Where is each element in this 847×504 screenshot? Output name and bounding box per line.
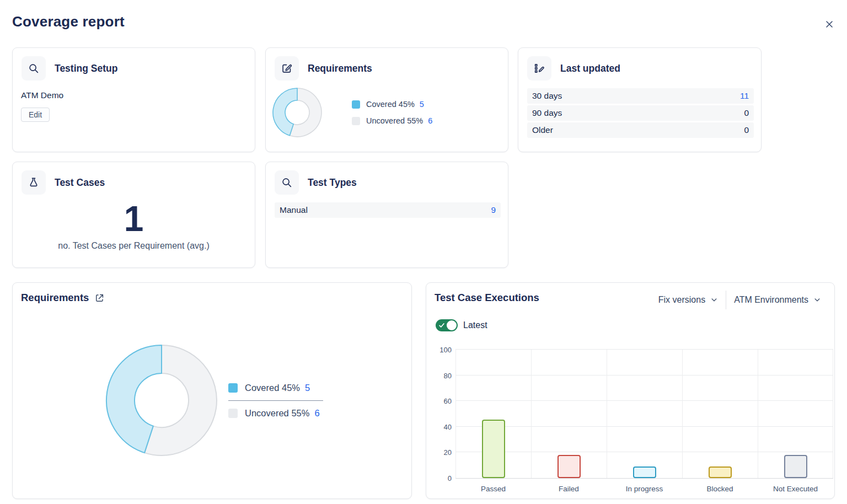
ytick-label-80: 80 <box>431 372 452 380</box>
flask-icon <box>22 170 46 195</box>
stat-row-90-days: 90 days 0 <box>527 105 754 121</box>
stat-value: 0 <box>744 108 749 118</box>
ytick-label-20: 20 <box>431 448 452 457</box>
gridline-x-4 <box>758 350 758 478</box>
gridline-y-80 <box>455 375 833 376</box>
requirements-panel: Requirements Covered 45% 5 Uncovered 55%… <box>12 282 412 499</box>
requirements-card-header: Requirements <box>266 48 508 89</box>
last-updated-header: Last updated <box>518 48 761 89</box>
test-cases-title: Test Cases <box>55 177 105 189</box>
stat-value-link[interactable]: 9 <box>491 205 496 215</box>
edit-square-icon <box>275 56 299 81</box>
stat-row-older: Older 0 <box>527 122 754 138</box>
chevron-down-icon <box>710 296 718 304</box>
requirements-donut-small <box>271 87 323 138</box>
project-name: ATM Demo <box>21 90 63 100</box>
uncovered-label: Uncovered 55% <box>366 116 423 125</box>
requirements-card: Requirements Covered 45% 5 Uncovered 55%… <box>265 47 508 152</box>
page-title: Coverage report <box>12 13 125 30</box>
executions-panel-title: Test Case Executions <box>435 292 539 304</box>
xlabel-in-progress: In progress <box>607 485 682 493</box>
latest-toggle[interactable] <box>436 319 458 331</box>
uncovered-count-link[interactable]: 6 <box>428 116 432 125</box>
external-link-icon[interactable] <box>94 293 105 303</box>
uncovered-swatch <box>352 117 360 125</box>
fix-versions-dropdown[interactable]: Fix versions <box>651 291 726 309</box>
search-icon <box>275 170 299 195</box>
latest-toggle-row: Latest <box>436 319 487 331</box>
stat-label: Older <box>532 125 553 135</box>
edit-button[interactable]: Edit <box>21 108 50 122</box>
xlabel-passed: Passed <box>455 485 531 493</box>
check-icon <box>438 322 445 329</box>
legend-divider <box>228 400 323 401</box>
covered-label: Covered 45% <box>366 100 415 109</box>
ytick-label-60: 60 <box>431 397 452 405</box>
stat-value: 0 <box>744 125 749 135</box>
ytick-label-0: 0 <box>431 474 452 482</box>
covered-count-link[interactable]: 5 <box>420 100 424 109</box>
search-icon <box>22 56 46 81</box>
bar-passed <box>482 420 505 478</box>
test-types-rows: Manual 9 <box>275 202 501 219</box>
testing-setup-card: Testing Setup ATM Demo Edit <box>12 47 255 152</box>
bar-in-progress <box>633 467 656 478</box>
gridline-y-40 <box>455 426 833 427</box>
test-case-executions-panel: Test Case Executions Fix versions ATM En… <box>426 282 835 499</box>
requirements-panel-title: Requirements <box>21 292 89 304</box>
legend-item-covered: Covered 45% 5 <box>228 383 323 393</box>
test-cases-header: Test Cases <box>13 162 255 203</box>
xlabel-blocked: Blocked <box>682 485 758 493</box>
testing-setup-title: Testing Setup <box>55 63 117 74</box>
last-updated-rows: 30 days 11 90 days 0 Older 0 <box>527 88 754 140</box>
requirements-legend-large: Covered 45% 5 Uncovered 55% 6 <box>228 378 323 423</box>
uncovered-label: Uncovered 55% <box>245 408 309 419</box>
covered-swatch <box>228 383 238 393</box>
gridline-x-2 <box>607 350 607 478</box>
executions-plot <box>455 350 833 478</box>
requirements-donut-large <box>105 344 218 457</box>
legend-item-covered: Covered 45% 5 <box>352 100 432 109</box>
gridline-y-100 <box>455 349 833 350</box>
stat-label: Manual <box>280 205 308 215</box>
toggle-knob <box>447 320 457 330</box>
atm-environments-dropdown[interactable]: ATM Environments <box>726 291 829 309</box>
stat-row-30-days: 30 days 11 <box>527 88 754 104</box>
bar-not-executed <box>784 455 807 478</box>
uncovered-count-link[interactable]: 6 <box>314 408 319 419</box>
bar-failed <box>557 455 581 478</box>
stat-value-link[interactable]: 11 <box>740 91 749 101</box>
stat-label: 90 days <box>532 108 562 118</box>
covered-count-link[interactable]: 5 <box>305 383 310 393</box>
test-cases-card: Test Cases 1 no. Test Cases per Requirem… <box>12 162 255 268</box>
gridline-x-3 <box>682 350 683 478</box>
fix-versions-label: Fix versions <box>658 295 705 305</box>
gridline-y-60 <box>455 400 833 401</box>
last-updated-title: Last updated <box>560 63 620 74</box>
covered-label: Covered 45% <box>245 383 300 393</box>
test-types-title: Test Types <box>308 177 357 189</box>
ytick-label-40: 40 <box>431 423 452 431</box>
xlabel-failed: Failed <box>531 485 607 493</box>
requirements-panel-header: Requirements <box>13 283 411 304</box>
list-edit-icon <box>527 56 551 81</box>
test-types-card: Test Types Manual 9 <box>265 162 508 268</box>
gridline-y-0 <box>455 478 833 479</box>
latest-toggle-label: Latest <box>463 320 487 330</box>
bar-blocked <box>709 467 732 478</box>
gridline-x-5 <box>833 350 833 478</box>
test-types-header: Test Types <box>266 162 508 203</box>
uncovered-swatch <box>228 409 238 418</box>
stat-row-manual: Manual 9 <box>275 202 501 218</box>
gridline-x-0 <box>455 350 456 478</box>
legend-item-uncovered: Uncovered 55% 6 <box>228 408 323 419</box>
ytick-label-100: 100 <box>431 346 452 354</box>
gridline-y-20 <box>455 452 833 452</box>
last-updated-card: Last updated 30 days 11 90 days 0 Older … <box>518 47 762 152</box>
legend-item-uncovered: Uncovered 55% 6 <box>352 116 432 125</box>
chevron-down-icon <box>813 296 821 304</box>
executions-yaxis: 020406080100 <box>431 350 452 478</box>
close-button[interactable] <box>822 17 837 32</box>
stat-label: 30 days <box>532 91 562 101</box>
executions-filters: Fix versions ATM Environments <box>651 291 829 309</box>
